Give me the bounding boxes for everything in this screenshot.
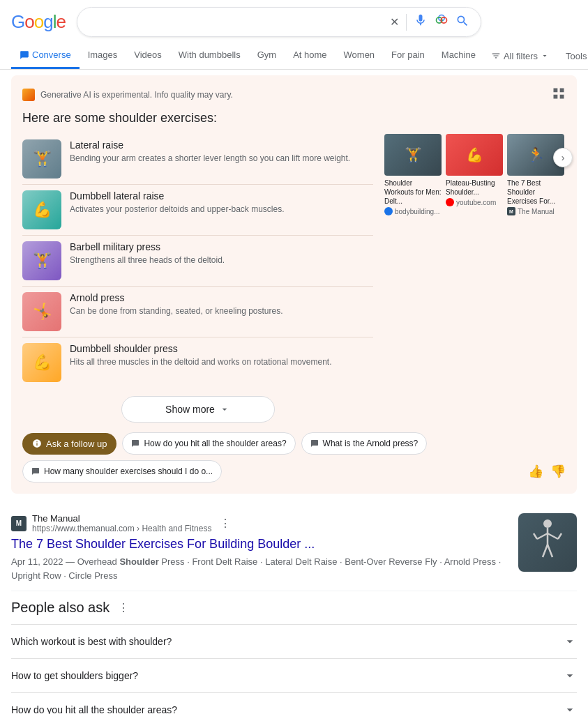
tab-images[interactable]: Images <box>80 43 126 69</box>
search-input[interactable]: shoulder workout <box>89 16 384 29</box>
svg-line-5 <box>537 533 548 539</box>
lens-button[interactable] <box>435 13 448 31</box>
tab-at-home[interactable]: At home <box>285 43 335 69</box>
exercise-name-2: Dumbbell lateral raise <box>70 190 284 202</box>
show-more-label: Show more <box>165 404 215 415</box>
show-more-button[interactable]: Show more <box>121 396 275 423</box>
video-title-2: Plateau-Busting Shoulder... <box>446 178 503 197</box>
paa-question-3: How do you hit all the shoulder areas? <box>11 704 177 714</box>
tab-women[interactable]: Women <box>336 43 384 69</box>
chip-2[interactable]: What is the Arnold press? <box>301 432 428 455</box>
exercise-thumb-4: 🤸 <box>22 292 61 331</box>
result-item-1: M The Manual https://www.themanual.com ›… <box>11 505 577 591</box>
paa-question-1: Which workout is best with shoulder? <box>11 636 172 647</box>
result-1-source-name: The Manual <box>32 513 211 524</box>
video-card-2[interactable]: 💪 Plateau-Busting Shoulder... youtube.co… <box>446 134 503 215</box>
ai-diamond-icon <box>22 89 35 101</box>
tab-with-dumbbells-label: With dumbbells <box>179 50 241 60</box>
tab-women-label: Women <box>344 50 375 60</box>
tools-button[interactable]: Tools <box>559 47 588 66</box>
clear-button[interactable]: ✕ <box>390 15 399 29</box>
paa-title: People also ask <box>11 600 110 616</box>
svg-line-9 <box>543 545 548 557</box>
chip-1[interactable]: How do you hit all the shoulder areas? <box>122 432 295 455</box>
tab-images-label: Images <box>88 50 118 60</box>
video-title-3: The 7 Best Shoulder Exercises For... <box>507 178 564 206</box>
result-1-menu-dots[interactable]: ⋮ <box>220 517 231 530</box>
result-1-source-url: https://www.themanual.com › Health and F… <box>32 524 211 533</box>
all-filters-label: All filters <box>504 51 538 61</box>
next-video-button[interactable]: › <box>553 148 573 167</box>
paa-item-3[interactable]: How do you hit all the shoulder areas? <box>11 693 577 714</box>
chip-icon-1 <box>131 439 140 448</box>
video-card-3[interactable]: 🏃 The 7 Best Shoulder Exercises For... M… <box>507 134 564 215</box>
chip-label-1: How do you hit all the shoulder areas? <box>144 439 286 448</box>
exercise-name-3: Barbell military press <box>70 241 225 252</box>
ai-banner: Generative AI is experimental. Info qual… <box>22 86 566 102</box>
result-1-thumbnail <box>518 513 577 572</box>
exercise-thumb-2: 💪 <box>22 190 61 229</box>
videos-panel: 🏋️ Shoulder Workouts for Men: Delt... bo… <box>384 134 566 423</box>
tab-gym[interactable]: Gym <box>249 43 285 69</box>
exercise-info-4: Arnold press Can be done from standing, … <box>70 292 283 331</box>
ai-section: Generative AI is experimental. Info qual… <box>11 75 577 494</box>
paa-item-2[interactable]: How to get shoulders bigger? <box>11 659 577 693</box>
svg-line-10 <box>548 545 552 557</box>
result-1-source: M The Manual https://www.themanual.com ›… <box>11 513 510 533</box>
chip-icon-3 <box>31 467 40 476</box>
exercise-desc-4: Can be done from standing, seated, or kn… <box>70 305 283 317</box>
exercise-name-4: Arnold press <box>70 292 283 303</box>
tab-videos[interactable]: Videos <box>126 43 170 69</box>
exercise-item-4[interactable]: 🤸 Arnold press Can be done from standing… <box>22 287 373 337</box>
exercise-item-3[interactable]: 🏋️ Barbell military press Strengthens al… <box>22 236 373 287</box>
voice-search-button[interactable] <box>414 13 428 31</box>
exercise-desc-5: Hits all three muscles in the deltoid an… <box>70 356 332 368</box>
search-button[interactable] <box>455 14 469 30</box>
exercise-info-3: Barbell military press Strengthens all t… <box>70 241 225 280</box>
tab-machine-label: Machine <box>442 50 476 60</box>
exercise-item-1[interactable]: 🏋️ Lateral raise Bending your arm create… <box>22 134 373 185</box>
chevron-down-icon-1 <box>563 635 577 648</box>
exercise-thumb-1: 🏋️ <box>22 139 61 178</box>
tab-videos-label: Videos <box>134 50 162 60</box>
svg-line-7 <box>534 533 537 539</box>
result-1-date-snippet: Apr 11, 2022 — Overhead Shoulder Press ·… <box>11 555 510 582</box>
video-thumb-2: 💪 <box>446 134 503 176</box>
ask-followup-button[interactable]: Ask a follow up <box>22 433 116 455</box>
followup-row: Ask a follow up How do you hit all the s… <box>22 432 566 483</box>
video-thumb-1: 🏋️ <box>384 134 442 176</box>
lens-icon <box>435 13 448 27</box>
followup-icon <box>32 439 42 448</box>
tab-with-dumbbells[interactable]: With dumbbells <box>170 43 249 69</box>
exercise-item-5[interactable]: 💪 Dumbbell shoulder press Hits all three… <box>22 337 373 388</box>
video-source-1: bodybuilding... <box>384 207 442 215</box>
video-card-1[interactable]: 🏋️ Shoulder Workouts for Men: Delt... bo… <box>384 134 442 215</box>
thumbs-down-button[interactable]: 👎 <box>550 464 566 479</box>
tab-converse-label: Converse <box>32 50 71 60</box>
paa-item-1[interactable]: Which workout is best with shoulder? <box>11 624 577 659</box>
thumbs-up-button[interactable]: 👍 <box>528 464 543 479</box>
search-bar[interactable]: shoulder workout ✕ <box>77 7 481 37</box>
tab-converse[interactable]: Converse <box>11 43 80 69</box>
chevron-down-icon <box>219 404 230 415</box>
exercise-info-5: Dumbbell shoulder press Hits all three m… <box>70 343 332 382</box>
video-source-name-1: bodybuilding... <box>395 208 440 215</box>
video-source-name-3: The Manual <box>518 208 555 215</box>
chip-3[interactable]: How many shoulder exercises should I do … <box>22 460 222 483</box>
chip-label-2: What is the Arnold press? <box>323 439 419 448</box>
svg-line-6 <box>548 533 558 539</box>
paa-menu-dots[interactable]: ⋮ <box>118 601 129 614</box>
all-filters-button[interactable]: All filters <box>484 47 556 66</box>
video-source-3: M The Manual <box>507 207 564 215</box>
tab-for-pain[interactable]: For pain <box>383 43 433 69</box>
exercise-info-1: Lateral raise Bending your arm creates a… <box>70 139 350 178</box>
search-icon <box>455 14 469 28</box>
exercise-item-2[interactable]: 💪 Dumbbell lateral raise Activates your … <box>22 185 373 236</box>
videos-row: 🏋️ Shoulder Workouts for Men: Delt... bo… <box>384 134 566 215</box>
result-1-title[interactable]: The 7 Best Shoulder Exercises For Buildi… <box>11 536 510 552</box>
grid-icon <box>552 86 566 100</box>
chevron-down-icon-2 <box>563 669 577 683</box>
tab-machine[interactable]: Machine <box>433 43 484 69</box>
exercise-desc-3: Strengthens all three heads of the delto… <box>70 255 225 266</box>
header: Google shoulder workout ✕ <box>0 0 588 43</box>
